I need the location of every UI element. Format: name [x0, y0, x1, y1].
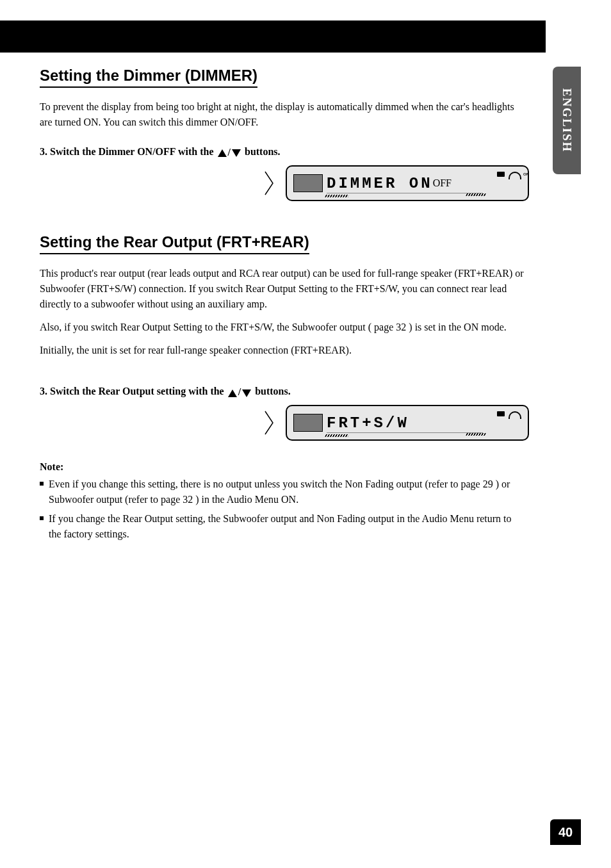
lcd-dash2-icon — [466, 193, 485, 196]
step-rear: 3. Switch the Rear Output setting with t… — [40, 384, 526, 400]
lcd-display-rear: FRT+S/W — [286, 405, 529, 441]
para-rear-2: Also, if you switch Rear Output Setting … — [40, 320, 526, 335]
note-1-text: Even if you change this setting, there i… — [49, 477, 526, 507]
arc-off-label: OFF — [433, 177, 452, 188]
up-down-buttons: / — [216, 145, 242, 160]
triangle-down-icon-2 — [242, 389, 251, 397]
status-dot-icon-2 — [497, 411, 505, 416]
note-2-text: If you change the Rear Output setting, t… — [49, 511, 526, 542]
step-number: 3. — [40, 146, 47, 157]
display-row-dimmer: DIMMER ON ON OFF — [264, 165, 526, 201]
para-rear-2-post: ) is set in the ON mode. — [409, 322, 506, 332]
lcd-status-icons-2 — [497, 411, 521, 419]
heading-rear: Setting the Rear Output (FRT+REAR) — [40, 233, 309, 254]
lcd-text-dimmer: DIMMER ON — [327, 175, 433, 192]
bullet-icon — [40, 482, 44, 486]
lcd-dash-icon — [325, 195, 348, 197]
lcd-graphic-icon-2 — [293, 414, 323, 432]
triangle-up-icon-2 — [228, 389, 237, 397]
arc-on-label: ON — [523, 172, 529, 176]
play-outline-icon — [264, 170, 274, 196]
language-tab-label: ENGLISH — [560, 88, 574, 153]
section-dimmer: Setting the Dimmer (DIMMER) To prevent t… — [40, 67, 526, 201]
page-number-badge: 40 — [550, 819, 581, 845]
arc-off-icon: OFF — [433, 177, 452, 189]
lcd-underline — [327, 193, 483, 193]
main-content: Setting the Dimmer (DIMMER) To prevent t… — [40, 67, 526, 542]
triangle-down-icon — [232, 149, 241, 157]
up-down-buttons-rear: / — [227, 384, 252, 400]
step-dimmer: 3. Switch the Dimmer ON/OFF with the / b… — [40, 144, 526, 160]
step-text-pre-rear: Switch the Rear Output setting with the — [50, 386, 227, 397]
heading-dimmer: Setting the Dimmer (DIMMER) — [40, 67, 257, 88]
step-number-rear: 3. — [40, 386, 47, 397]
triangle-up-icon — [218, 149, 227, 157]
page-ref-32b: page 32 — [161, 494, 193, 505]
step-text-post: buttons. — [245, 146, 281, 157]
bullet-icon-2 — [40, 516, 44, 520]
note-title: Note: — [40, 461, 526, 473]
lcd-status-icons: ON — [497, 172, 521, 179]
status-dot-icon — [497, 172, 505, 177]
play-outline-icon-2 — [264, 410, 274, 436]
section-rear-output: Setting the Rear Output (FRT+REAR) This … — [40, 233, 526, 542]
step-text-post-rear: buttons. — [255, 386, 291, 397]
lcd-text-rear: FRT+S/W — [327, 414, 409, 432]
note-item-1: Even if you change this setting, there i… — [40, 477, 526, 507]
lcd-graphic-icon — [293, 174, 323, 192]
note-item-2: If you change the Rear Output setting, t… — [40, 511, 526, 542]
para-rear-1: This product's rear output (rear leads o… — [40, 266, 526, 312]
language-tab: ENGLISH — [553, 67, 581, 174]
arc-on-icon: ON — [509, 172, 521, 179]
page-number: 40 — [558, 825, 573, 840]
note-block: Note: Even if you change this setting, t… — [40, 461, 526, 542]
step-text-pre: Switch the Dimmer ON/OFF with the — [50, 146, 216, 157]
para-rear-3: Initially, the unit is set for rear full… — [40, 343, 526, 358]
lcd-underline-2 — [327, 432, 483, 433]
page-ref-32: page 32 — [374, 322, 406, 332]
lcd-display-dimmer: DIMMER ON ON OFF — [286, 165, 529, 201]
lcd-dash2-icon-2 — [466, 433, 485, 436]
header-band — [0, 20, 546, 53]
arc-icon-2 — [509, 411, 521, 419]
para-dimmer-intro: To prevent the display from being too br… — [40, 99, 526, 130]
note-1-suf: ) in the Audio Menu ON. — [195, 494, 298, 505]
page-ref-29: page 29 — [460, 479, 493, 489]
lcd-dash-icon-2 — [325, 434, 348, 437]
para-rear-2-pre: Also, if you switch Rear Output Setting … — [40, 322, 371, 332]
note-1-pre: Even if you change this setting, there i… — [49, 479, 460, 489]
display-row-rear: FRT+S/W — [264, 405, 526, 441]
